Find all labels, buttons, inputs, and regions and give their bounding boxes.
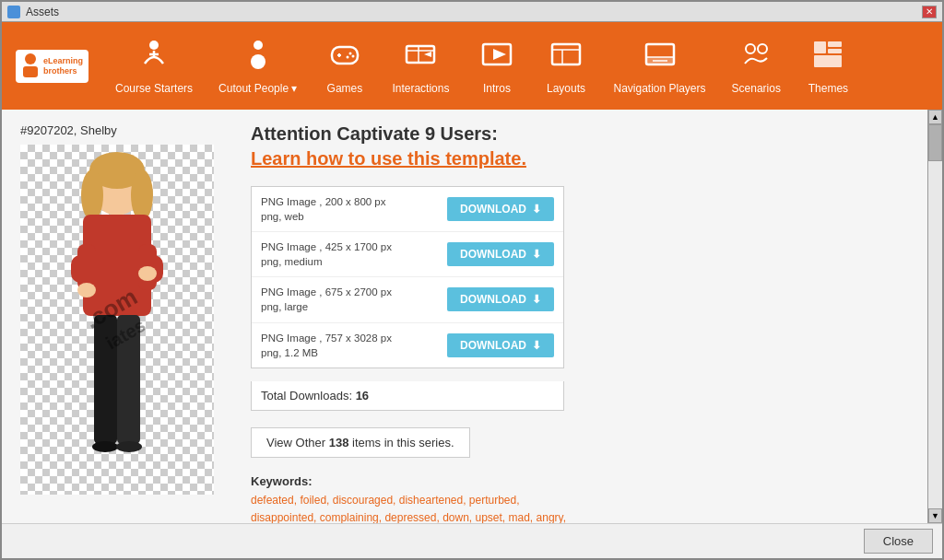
download-spec-0: PNG Image , 200 x 800 px	[261, 194, 386, 209]
download-icon-3: ⬇	[532, 339, 541, 352]
product-image-area: #9207202, Shelby	[20, 123, 223, 523]
course-starters-label: Course Starters	[115, 82, 193, 95]
logo-line1: eLearning	[43, 56, 83, 66]
download-spec-1: PNG Image , 425 x 1700 px	[261, 239, 392, 254]
download-info-0: PNG Image , 200 x 800 px png, web	[261, 194, 386, 224]
svg-marker-16	[424, 52, 431, 57]
download-btn-label-2: DOWNLOAD	[460, 293, 526, 306]
download-tags-2: png, large	[261, 299, 392, 314]
bottom-bar: Close	[2, 523, 942, 558]
product-id: #9207202, Shelby	[20, 123, 223, 137]
download-row: PNG Image , 675 x 2700 px png, large DOW…	[252, 277, 563, 322]
assets-window: Assets ✕ eLearning brothers	[0, 0, 944, 560]
total-downloads-count: 16	[356, 389, 369, 402]
svg-rect-19	[552, 44, 580, 64]
layouts-icon	[549, 38, 583, 76]
svg-rect-1	[23, 66, 38, 77]
svg-point-33	[81, 169, 103, 221]
keywords-section: Keywords: defeated, foiled, discouraged,…	[251, 474, 583, 523]
keywords-label: Keywords:	[251, 474, 583, 488]
download-row: PNG Image , 200 x 800 px png, web DOWNLO…	[252, 187, 563, 232]
course-starters-icon	[137, 38, 171, 76]
svg-point-11	[351, 54, 354, 57]
download-button-1[interactable]: DOWNLOAD ⬇	[447, 242, 554, 266]
window-title: Assets	[26, 6, 59, 18]
navigation-players-label: Navigation Players	[613, 82, 705, 95]
svg-marker-18	[493, 49, 506, 60]
logo-line2: brothers	[43, 66, 83, 76]
svg-point-26	[758, 44, 767, 53]
nav-item-cutout-people[interactable]: Cutout People ▾	[206, 22, 310, 110]
download-button-0[interactable]: DOWNLOAD ⬇	[447, 197, 554, 221]
download-icon-0: ⬇	[532, 203, 541, 216]
scrollbar[interactable]: ▲ ▼	[927, 110, 942, 523]
view-series-suffix: items in this series.	[352, 436, 454, 449]
svg-point-12	[346, 55, 348, 58]
download-btn-label-1: DOWNLOAD	[460, 248, 526, 261]
download-tags-1: png, medium	[261, 254, 392, 269]
product-section: #9207202, Shelby	[20, 123, 909, 523]
product-person-svg	[20, 145, 214, 495]
svg-point-10	[348, 52, 351, 54]
download-button-2[interactable]: DOWNLOAD ⬇	[447, 287, 554, 311]
download-spec-2: PNG Image , 675 x 2700 px	[261, 285, 392, 299]
cutout-people-icon	[242, 38, 275, 76]
themes-icon	[811, 38, 844, 76]
title-bar: Assets ✕	[2, 2, 942, 22]
scrollbar-down-button[interactable]: ▼	[928, 508, 942, 523]
download-icon-1: ⬇	[532, 248, 541, 261]
nav-item-games[interactable]: Games	[310, 22, 379, 110]
view-series-button[interactable]: View Other 138 items in this series.	[251, 427, 470, 458]
nav-item-intros[interactable]: Intros	[462, 22, 531, 110]
layouts-label: Layouts	[547, 82, 585, 95]
themes-label: Themes	[808, 82, 848, 95]
cutout-people-label: Cutout People ▾	[218, 82, 297, 95]
nav-logo: eLearning brothers	[2, 22, 102, 110]
interactions-icon	[404, 38, 437, 76]
svg-point-5	[254, 41, 263, 50]
download-icon-2: ⬇	[532, 293, 541, 306]
nav-item-navigation-players[interactable]: Navigation Players	[600, 22, 718, 110]
svg-point-34	[131, 169, 153, 221]
svg-rect-28	[828, 41, 842, 47]
total-downloads: Total Downloads: 16	[251, 381, 564, 411]
scenarios-icon	[739, 38, 773, 76]
games-icon	[328, 38, 361, 76]
download-tags-0: png, web	[261, 209, 386, 224]
intros-icon	[480, 38, 513, 76]
download-row: PNG Image , 757 x 3028 px png, 1.2 MB DO…	[252, 323, 563, 368]
nav-item-layouts[interactable]: Layouts	[531, 22, 600, 110]
attention-link[interactable]: Learn how to use this template.	[251, 148, 909, 169]
download-btn-label-3: DOWNLOAD	[460, 339, 526, 352]
logo-box: eLearning brothers	[16, 50, 88, 83]
svg-rect-41	[94, 315, 117, 444]
navbar: eLearning brothers Course Starters	[2, 22, 942, 110]
window-icon	[7, 6, 20, 18]
scenarios-label: Scenarios	[732, 82, 781, 95]
svg-point-44	[116, 441, 142, 452]
svg-point-39	[77, 283, 96, 298]
nav-item-course-starters[interactable]: Course Starters	[102, 22, 206, 110]
svg-rect-30	[814, 55, 842, 67]
nav-item-scenarios[interactable]: Scenarios	[719, 22, 794, 110]
scrollbar-track[interactable]	[928, 124, 942, 508]
close-button[interactable]: Close	[864, 529, 933, 554]
product-details: Attention Captivate 9 Users: Learn how t…	[251, 123, 909, 523]
nav-item-themes[interactable]: Themes	[794, 22, 863, 110]
download-button-3[interactable]: DOWNLOAD ⬇	[447, 333, 554, 357]
download-info-2: PNG Image , 675 x 2700 px png, large	[261, 285, 392, 314]
download-info-3: PNG Image , 757 x 3028 px png, 1.2 MB	[261, 331, 392, 360]
window-close-button[interactable]: ✕	[922, 6, 937, 18]
games-label: Games	[327, 82, 363, 95]
nav-item-interactions[interactable]: Interactions	[379, 22, 462, 110]
download-row: PNG Image , 425 x 1700 px png, medium DO…	[252, 232, 563, 277]
view-series-label: View Other	[266, 436, 325, 449]
view-series-count: 138	[329, 436, 349, 449]
scrollbar-thumb[interactable]	[928, 124, 942, 161]
main-content: #9207202, Shelby	[2, 110, 927, 523]
downloads-table: PNG Image , 200 x 800 px png, web DOWNLO…	[251, 186, 564, 368]
nav-items: Course Starters Cutout People ▾	[102, 22, 942, 110]
scrollbar-up-button[interactable]: ▲	[928, 110, 942, 124]
download-btn-label-0: DOWNLOAD	[460, 203, 526, 216]
total-downloads-label: Total Downloads:	[261, 389, 352, 402]
